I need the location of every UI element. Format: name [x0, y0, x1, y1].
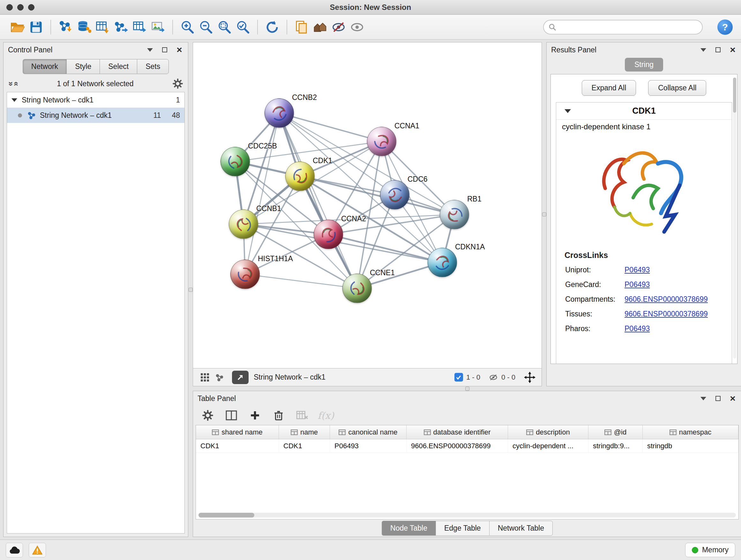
zoom-in-icon[interactable]: [178, 18, 197, 37]
network-node-cdc25b[interactable]: [220, 147, 250, 176]
network-node-hist1h1a[interactable]: [230, 260, 260, 289]
collapse-all-button[interactable]: Collapse All: [648, 80, 706, 96]
network-edge[interactable]: [245, 113, 279, 274]
delete-column-icon[interactable]: [272, 408, 286, 422]
network-node-cdk1[interactable]: [285, 162, 315, 191]
search-input[interactable]: [543, 20, 703, 35]
grid-view-icon[interactable]: [198, 371, 212, 384]
add-column-icon[interactable]: [248, 408, 262, 422]
tab-string[interactable]: String: [625, 58, 663, 71]
network-row[interactable]: String Network – cdk1 11 48: [7, 108, 185, 123]
panel-close-icon[interactable]: ×: [729, 46, 737, 54]
eye-icon[interactable]: [348, 18, 366, 37]
crosslink-link[interactable]: P06493: [624, 280, 650, 289]
table-column-header[interactable]: namespac: [643, 425, 738, 439]
table-scrollbar-thumb[interactable]: [199, 513, 254, 517]
entry-disclosure-icon[interactable]: [564, 109, 571, 113]
panel-menu-icon[interactable]: [699, 46, 708, 54]
disclosure-triangle-icon[interactable]: [11, 98, 17, 102]
tab-network[interactable]: Network: [23, 59, 66, 74]
tab-select[interactable]: Select: [99, 59, 137, 74]
network-node-ccnb2[interactable]: [265, 98, 294, 128]
crosslink-link[interactable]: 9606.ENSP00000378699: [624, 295, 708, 304]
network-results-splitter[interactable]: [542, 42, 546, 386]
gear-icon[interactable]: [201, 408, 215, 422]
network-node-cdc6[interactable]: [380, 180, 409, 209]
network-node-ccna2[interactable]: [314, 220, 343, 249]
panel-float-icon[interactable]: [714, 394, 722, 402]
network-node-ccne1[interactable]: [342, 273, 372, 303]
gear-icon[interactable]: [173, 78, 183, 89]
table-row[interactable]: CDK1CDK1P064939606.ENSP00000378699cyclin…: [196, 439, 738, 453]
table-column-header[interactable]: shared name: [196, 425, 279, 439]
table-cell[interactable]: 9606.ENSP00000378699: [407, 439, 508, 452]
table-column-header[interactable]: database identifier: [407, 425, 508, 439]
apply-layout-icon[interactable]: [263, 18, 281, 37]
network-node-rb1[interactable]: [440, 200, 469, 229]
panel-float-icon[interactable]: [160, 46, 169, 54]
panel-close-icon[interactable]: ×: [175, 46, 184, 54]
hide-eye-icon[interactable]: [329, 18, 348, 37]
detach-view-icon[interactable]: [232, 371, 249, 384]
tab-sets[interactable]: Sets: [137, 59, 169, 74]
cloud-icon[interactable]: [6, 543, 23, 557]
network-node-ccnb1[interactable]: [229, 209, 258, 239]
warning-icon[interactable]: [29, 543, 46, 557]
export-table-icon[interactable]: [130, 18, 149, 37]
crosslink-link[interactable]: P06493: [624, 266, 650, 274]
table-horizontal-scrollbar[interactable]: [199, 513, 736, 517]
tab-network-table[interactable]: Network Table: [489, 521, 553, 536]
zoom-out-icon[interactable]: [197, 18, 215, 37]
results-scrollbar[interactable]: [733, 78, 736, 359]
tab-edge-table[interactable]: Edge Table: [435, 521, 489, 536]
crosslink-link[interactable]: P06493: [624, 324, 650, 333]
table-cell[interactable]: cyclin-dependent ...: [508, 439, 589, 452]
panel-close-icon[interactable]: ×: [729, 394, 737, 402]
export-image-icon[interactable]: [149, 18, 167, 37]
network-view-icon[interactable]: [212, 371, 227, 384]
table-column-header[interactable]: name: [279, 425, 330, 439]
expand-all-button[interactable]: Expand All: [582, 80, 636, 96]
panel-menu-icon[interactable]: [146, 46, 154, 54]
open-session-icon[interactable]: [8, 18, 27, 37]
table-column-header[interactable]: description: [508, 425, 589, 439]
table-cell[interactable]: CDK1: [196, 439, 279, 452]
help-icon[interactable]: ?: [718, 19, 733, 35]
home-icon[interactable]: [311, 18, 329, 37]
import-network-from-database-icon[interactable]: [75, 18, 93, 37]
expand-all-icon[interactable]: »: [10, 81, 20, 86]
import-network-icon[interactable]: [56, 18, 75, 37]
crosslink-link[interactable]: 9606.ENSP00000378699: [624, 310, 708, 318]
panel-float-icon[interactable]: [714, 46, 722, 54]
import-table-icon[interactable]: [93, 18, 112, 37]
table-column-header[interactable]: @id: [589, 425, 643, 439]
zoom-window-button[interactable]: [28, 4, 35, 10]
crosslink-label: Tissues:: [565, 310, 624, 318]
minimize-window-button[interactable]: [17, 4, 23, 10]
show-columns-icon[interactable]: [224, 408, 239, 422]
tab-node-table[interactable]: Node Table: [382, 521, 435, 536]
memory-button[interactable]: Memory: [685, 543, 735, 557]
zoom-fit-icon[interactable]: [215, 18, 233, 37]
network-node-ccna1[interactable]: [367, 127, 396, 156]
network-collection-row[interactable]: String Network – cdk1 1: [7, 92, 185, 108]
export-network-icon[interactable]: [112, 18, 130, 37]
panel-menu-icon[interactable]: [699, 394, 708, 402]
snapshot-icon[interactable]: [292, 18, 311, 37]
network-node-cdkn1a[interactable]: [428, 248, 457, 277]
table-cell[interactable]: P06493: [330, 439, 407, 452]
zoom-selected-icon[interactable]: [233, 18, 252, 37]
results-scrollbar-thumb[interactable]: [733, 78, 736, 113]
network-status-bar: String Network – cdk1 1 - 0 0 - 0: [193, 368, 542, 386]
table-cell[interactable]: stringdb: [643, 439, 738, 452]
left-splitter[interactable]: [188, 42, 193, 537]
table-splitter[interactable]: [193, 386, 741, 391]
table-column-header[interactable]: canonical name: [330, 425, 407, 439]
birds-eye-toggle-icon[interactable]: [522, 371, 537, 384]
close-window-button[interactable]: [6, 4, 13, 10]
save-session-icon[interactable]: [27, 18, 45, 37]
tab-style[interactable]: Style: [66, 59, 99, 74]
table-cell[interactable]: stringdb:9...: [589, 439, 643, 452]
table-cell[interactable]: CDK1: [279, 439, 330, 452]
network-canvas[interactable]: CCNB2CCNA1CDC25BCDK1CDC6RB1CCNB1CCNA2CDK…: [193, 42, 542, 368]
